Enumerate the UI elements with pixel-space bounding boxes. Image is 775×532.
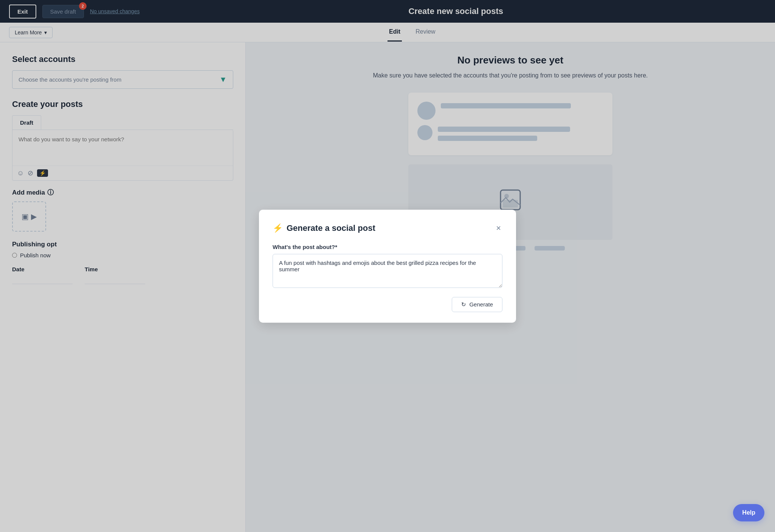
generate-modal: ⚡ Generate a social post × What's the po… [259,210,516,323]
modal-header: ⚡ Generate a social post × [273,222,502,235]
modal-close-button[interactable]: × [494,222,502,235]
modal-question-label: What's the post about?* [273,244,502,250]
help-button[interactable]: Help [733,504,764,521]
modal-footer: ↻ Generate [273,297,502,312]
modal-title: ⚡ Generate a social post [273,223,375,233]
refresh-icon: ↻ [461,301,466,308]
generate-button[interactable]: ↻ Generate [452,297,502,312]
modal-overlay[interactable]: ⚡ Generate a social post × What's the po… [0,0,775,532]
modal-lightning-icon: ⚡ [273,223,283,233]
modal-post-textarea[interactable]: A fun post with hashtags and emojis abou… [273,254,502,288]
